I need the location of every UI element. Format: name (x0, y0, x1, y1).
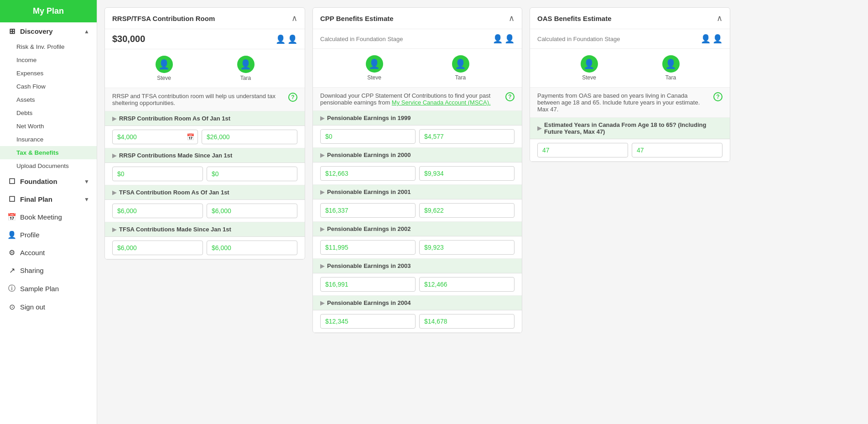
rrsp-person-icons: 👤 👤 (275, 34, 297, 44)
sidebar-item-finalplan[interactable]: ☐ Final Plan ▼ (0, 190, 97, 208)
rrsp-s4-field2[interactable] (207, 241, 297, 255)
cpp-s6-arrow: ▶ (320, 300, 324, 306)
rrsp-s1-field1[interactable] (112, 130, 198, 144)
cpp-s5-field2[interactable] (419, 277, 515, 292)
oas-avatars: 👤 Steve 👤 Tara (530, 49, 730, 88)
rrsp-total-value: $30,000 (112, 34, 145, 44)
rrsp-s3-field1[interactable] (112, 204, 203, 218)
rrsp-card-header: RRSP/TFSA Contribution Room ∧ (105, 8, 305, 29)
section1-label: RRSP Contribution Room As Of Jan 1st (119, 115, 230, 122)
cpp-s1-field2[interactable] (419, 129, 515, 144)
cpp-s4-label: Pensionable Earnings in 2002 (327, 225, 411, 232)
rrsp-card: RRSP/TFSA Contribution Room ∧ $30,000 👤 … (104, 7, 305, 260)
cpp-s3-field1[interactable] (320, 203, 416, 218)
oas-field1[interactable] (537, 143, 628, 157)
rrsp-info-text: RRSP and TFSA contribution room will hel… (112, 93, 285, 106)
sampleplan-icon: ⓘ (7, 284, 16, 293)
sidebar-item-risk[interactable]: Risk & Inv. Profile (0, 40, 97, 53)
rrsp-s4-field1[interactable] (112, 241, 203, 255)
section4-arrow: ▶ (112, 226, 116, 233)
oas-info-row: Payments from OAS are based on years liv… (530, 88, 730, 118)
cpp-section-2003: ▶ Pensionable Earnings in 2003 (313, 259, 522, 273)
cpp-s6-field1[interactable] (320, 314, 416, 329)
sidebar-item-account[interactable]: ⚙ Account (0, 244, 97, 262)
cpp-avatar-steve: 👤 Steve (366, 55, 383, 81)
oas-help-icon[interactable]: ? (713, 92, 722, 101)
cpp-s2-field1[interactable] (320, 166, 416, 181)
rrsp-section-3: ▶ TFSA Contribution Room As Of Jan 1st (105, 185, 305, 200)
rrsp-s1-field2[interactable] (202, 130, 297, 144)
sidebar-item-upload[interactable]: Upload Documents (0, 159, 97, 173)
discovery-label: Discovery (20, 27, 53, 35)
section2-arrow: ▶ (112, 152, 116, 159)
sidebar-item-foundation[interactable]: ☐ Foundation ▼ (0, 173, 97, 190)
oas-card-title: OAS Benefits Estimate (537, 15, 612, 22)
cpp-help-icon[interactable]: ? (505, 92, 515, 101)
cpp-card-header: CPP Benefits Estimate ∧ (313, 8, 522, 29)
cpp-section-2004: ▶ Pensionable Earnings in 2004 (313, 296, 522, 310)
section4-label: TFSA Contributions Made Since Jan 1st (119, 226, 231, 233)
sidebar-item-profile[interactable]: 👤 Profile (0, 226, 97, 244)
account-label: Account (20, 249, 45, 256)
sidebar-item-discovery[interactable]: ⊞ Discovery ▲ (0, 22, 97, 40)
finalplan-icon: ☐ (7, 195, 16, 204)
sidebar-item-networth[interactable]: Net Worth (0, 120, 97, 133)
cpp-avatar-circle-steve: 👤 (366, 55, 383, 73)
cpp-card-title: CPP Benefits Estimate (320, 15, 394, 22)
oas-subtitle: Calculated in Foundation Stage (537, 36, 620, 42)
cpp-s4-field1[interactable] (320, 240, 416, 255)
cpp-avatar-label-steve: Steve (367, 74, 381, 81)
oas-avatar-label-steve: Steve (582, 74, 596, 81)
cpp-s3-field2[interactable] (419, 203, 515, 218)
sidebar-item-signout[interactable]: ⊙ Sign out (0, 298, 97, 316)
rrsp-section3-inputs (105, 200, 305, 222)
sidebar: My Plan ⊞ Discovery ▲ Risk & Inv. Profil… (0, 0, 97, 424)
rrsp-s2-field1[interactable] (112, 167, 203, 181)
cpp-s6-field2[interactable] (419, 314, 515, 329)
cpp-person1-icon: 👤 (493, 34, 503, 44)
finalplan-chevron: ▼ (84, 196, 89, 203)
cpp-avatar-circle-tara: 👤 (452, 55, 469, 73)
sidebar-item-income[interactable]: Income (0, 53, 97, 67)
discovery-section: ⊞ Discovery ▲ Risk & Inv. Profile Income… (0, 22, 97, 173)
rrsp-s1-field1-wrapper: 📅 (112, 130, 198, 144)
sidebar-item-bookmeeting[interactable]: 📅 Book Meeting (0, 208, 97, 226)
cpp-s2-label: Pensionable Earnings in 2000 (327, 152, 411, 158)
cpp-section-2000: ▶ Pensionable Earnings in 2000 (313, 148, 522, 162)
cpp-s1-field1[interactable] (320, 129, 416, 144)
cpp-avatar-tara: 👤 Tara (452, 55, 469, 81)
sidebar-item-insurance[interactable]: Insurance (0, 133, 97, 146)
sidebar-item-expenses[interactable]: Expenses (0, 67, 97, 80)
oas-s1-arrow: ▶ (537, 125, 541, 131)
rrsp-card-title: RRSP/TFSA Contribution Room (112, 15, 215, 22)
sidebar-item-assets[interactable]: Assets (0, 93, 97, 106)
oas-field2[interactable] (632, 143, 722, 157)
cpp-msca-link[interactable]: My Service Canada Account (MSCA). (392, 99, 491, 106)
cpp-collapse-button[interactable]: ∧ (509, 13, 515, 23)
cpp-s4-field2[interactable] (419, 240, 515, 255)
rrsp-s3-field2[interactable] (207, 204, 297, 218)
cpp-s4-inputs (313, 236, 522, 259)
cpp-s5-field1[interactable] (320, 277, 416, 292)
cpp-s2-field2[interactable] (419, 166, 515, 181)
rrsp-collapse-button[interactable]: ∧ (291, 13, 297, 23)
oas-avatar-label-tara: Tara (665, 74, 676, 81)
oas-avatar-circle-tara: 👤 (662, 55, 680, 73)
rrsp-s2-field2[interactable] (207, 167, 297, 181)
bookmeeting-icon: 📅 (7, 213, 16, 221)
cpp-s5-arrow: ▶ (320, 263, 324, 269)
sidebar-item-tax[interactable]: Tax & Benefits (0, 146, 97, 159)
oas-avatar-circle-steve: 👤 (581, 55, 598, 73)
rrsp-help-icon[interactable]: ? (288, 93, 297, 102)
calendar-icon: 📅 (187, 133, 194, 141)
oas-section1-inputs (530, 139, 730, 162)
sidebar-item-cashflow[interactable]: Cash Flow (0, 80, 97, 93)
sidebar-item-sharing[interactable]: ↗ Sharing (0, 262, 97, 279)
cpp-subtitle-row: Calculated in Foundation Stage 👤 👤 (313, 29, 522, 49)
sidebar-item-sampleplan[interactable]: ⓘ Sample Plan (0, 279, 97, 298)
sharing-label: Sharing (20, 267, 44, 274)
oas-collapse-button[interactable]: ∧ (717, 13, 722, 23)
cpp-subtitle: Calculated in Foundation Stage (320, 36, 403, 42)
sidebar-item-debts[interactable]: Debts (0, 106, 97, 120)
rrsp-avatar-label-steve: Steve (157, 75, 171, 81)
